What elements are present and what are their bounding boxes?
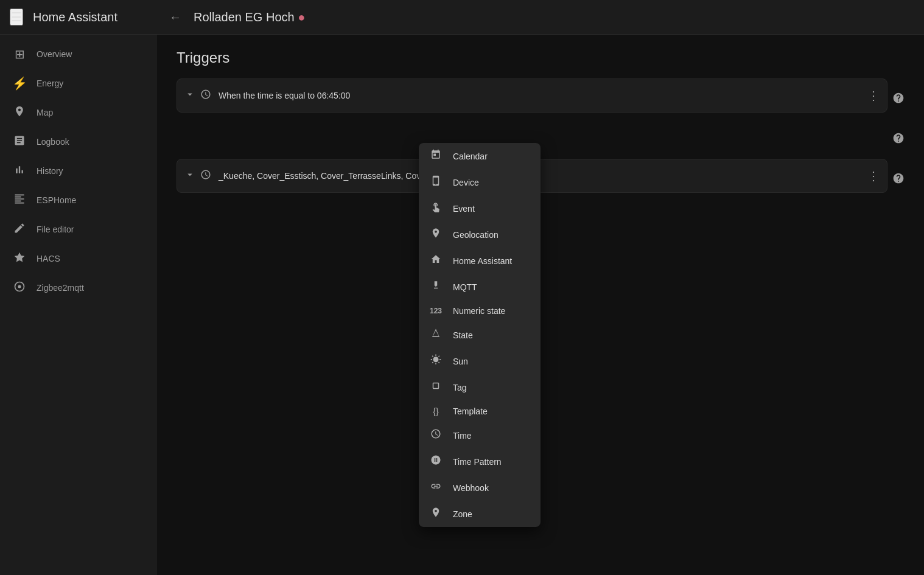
dropdown-label-device: Device [453, 178, 479, 187]
help-button-1[interactable] [892, 92, 905, 107]
page-title-accent: ● [295, 10, 306, 24]
sidebar-item-label: Overview [37, 49, 72, 59]
trigger-text-1: When the time is equal to 06:45:00 [219, 91, 867, 100]
dropdown-label-event: Event [453, 204, 475, 214]
zigbee2mqtt-icon [12, 281, 27, 296]
sidebar-item-energy[interactable]: ⚡ Energy [2, 69, 155, 98]
time-trigger-icon-1 [200, 89, 211, 103]
header-left: ☰ Home Assistant [0, 9, 157, 26]
webhook-icon [429, 481, 443, 495]
geolocation-icon [429, 228, 443, 242]
zone-icon [429, 507, 443, 521]
overview-icon: ⊞ [12, 47, 27, 61]
dropdown-item-template[interactable]: {} Template [419, 400, 541, 422]
mqtt-icon [429, 280, 443, 294]
time-trigger-icon-2 [200, 169, 211, 183]
sidebar-item-label: Map [37, 108, 53, 117]
dropdown-label-calendar: Calendar [453, 152, 488, 161]
sidebar-item-label: Logbook [37, 137, 69, 147]
file-editor-icon [12, 222, 27, 237]
dropdown-label-numeric-state: Numeric state [453, 306, 505, 316]
sidebar-item-label: Energy [37, 78, 63, 88]
state-icon [429, 328, 443, 342]
template-icon: {} [429, 406, 443, 416]
sidebar-item-history[interactable]: History [2, 156, 155, 186]
dropdown-label-mqtt: MQTT [453, 282, 477, 292]
triggers-wrapper: When the time is equal to 06:45:00 ⋮ [177, 78, 905, 200]
map-icon [12, 105, 27, 120]
home-assistant-icon [429, 254, 443, 268]
numeric-state-icon: 123 [429, 307, 443, 315]
sidebar-item-label: Zigbee2mqtt [37, 283, 84, 293]
dropdown-label-geolocation: Geolocation [453, 230, 499, 240]
hacs-icon [12, 251, 27, 267]
sidebar-item-logbook[interactable]: Logbook [2, 127, 155, 156]
sidebar-item-label: History [37, 166, 63, 176]
dropdown-item-tag[interactable]: Tag [419, 374, 541, 400]
dropdown-label-zone: Zone [453, 509, 472, 519]
dropdown-label-sun: Sun [453, 357, 468, 366]
sidebar-item-hacs[interactable]: HACS [2, 244, 155, 273]
dropdown-item-device[interactable]: Device [419, 169, 541, 195]
dropdown-label-tag: Tag [453, 383, 467, 392]
dropdown-item-zone[interactable]: Zone [419, 501, 541, 527]
history-icon [12, 164, 27, 179]
sidebar-item-overview[interactable]: ⊞ Overview [2, 40, 155, 69]
dropdown-item-numeric-state[interactable]: 123 Numeric state [419, 300, 541, 322]
dropdown-label-webhook: Webhook [453, 483, 489, 493]
dropdown-item-state[interactable]: State [419, 322, 541, 348]
dropdown-item-home-assistant[interactable]: Home Assistant [419, 248, 541, 274]
menu-button[interactable]: ☰ [10, 9, 23, 26]
dropdown-item-event[interactable]: Event [419, 195, 541, 221]
more-button-1[interactable]: ⋮ [867, 88, 880, 103]
clock-icon [429, 428, 443, 442]
header-right: ← Rolladen EG Hoch ● [157, 8, 924, 27]
main-area: ⊞ Overview ⚡ Energy Map Logbook History [0, 35, 924, 575]
sidebar-item-label: File editor [37, 225, 74, 234]
trigger-type-dropdown: Calendar Device Event Geolocation [419, 143, 541, 527]
sidebar-item-label: ESPHome [37, 195, 76, 205]
dropdown-item-geolocation[interactable]: Geolocation [419, 221, 541, 248]
logbook-icon [12, 134, 27, 150]
dropdown-label-state: State [453, 330, 473, 340]
dropdown-item-time[interactable]: Time [419, 422, 541, 448]
sidebar-item-label: HACS [37, 254, 60, 263]
expand-button-1[interactable] [184, 89, 195, 103]
device-icon [429, 175, 443, 189]
dropdown-label-template: Template [453, 406, 488, 416]
sidebar-item-zigbee2mqtt[interactable]: Zigbee2mqtt [2, 273, 155, 302]
back-button[interactable]: ← [167, 8, 184, 27]
trigger-text-2: _Kueche, Cover_Esstisch, Cover_TerrasseL… [219, 171, 867, 181]
sidebar-item-esphome[interactable]: ESPHome [2, 186, 155, 215]
expand-button-2[interactable] [184, 169, 195, 183]
dropdown-item-calendar[interactable]: Calendar [419, 143, 541, 169]
sidebar-item-map[interactable]: Map [2, 98, 155, 127]
esphome-icon [12, 193, 27, 208]
dropdown-label-home-assistant: Home Assistant [453, 256, 512, 266]
dropdown-item-sun[interactable]: Sun [419, 348, 541, 374]
event-icon [429, 201, 443, 215]
energy-icon: ⚡ [12, 76, 27, 91]
time-pattern-icon [429, 455, 443, 469]
sidebar: ⊞ Overview ⚡ Energy Map Logbook History [0, 35, 157, 575]
page-title: Rolladen EG Hoch ● [194, 10, 305, 24]
app-title: Home Assistant [33, 10, 117, 24]
calendar-icon [429, 149, 443, 163]
top-header: ☰ Home Assistant ← Rolladen EG Hoch ● [0, 0, 924, 35]
dropdown-item-time-pattern[interactable]: Time Pattern [419, 448, 541, 475]
help-button-3[interactable] [892, 172, 905, 187]
content-area: Triggers When the time is equal to 06:45… [157, 35, 924, 575]
section-title: Triggers [177, 49, 905, 66]
more-button-2[interactable]: ⋮ [867, 169, 880, 183]
tag-icon [429, 380, 443, 394]
dropdown-item-mqtt[interactable]: MQTT [419, 274, 541, 300]
sidebar-item-file-editor[interactable]: File editor [2, 215, 155, 244]
trigger-row-1: When the time is equal to 06:45:00 ⋮ [177, 78, 887, 113]
sun-icon [429, 354, 443, 368]
dropdown-label-time: Time [453, 431, 472, 441]
svg-point-0 [18, 285, 21, 288]
dropdown-item-webhook[interactable]: Webhook [419, 475, 541, 501]
dropdown-label-time-pattern: Time Pattern [453, 457, 502, 467]
help-button-2[interactable] [892, 132, 905, 147]
